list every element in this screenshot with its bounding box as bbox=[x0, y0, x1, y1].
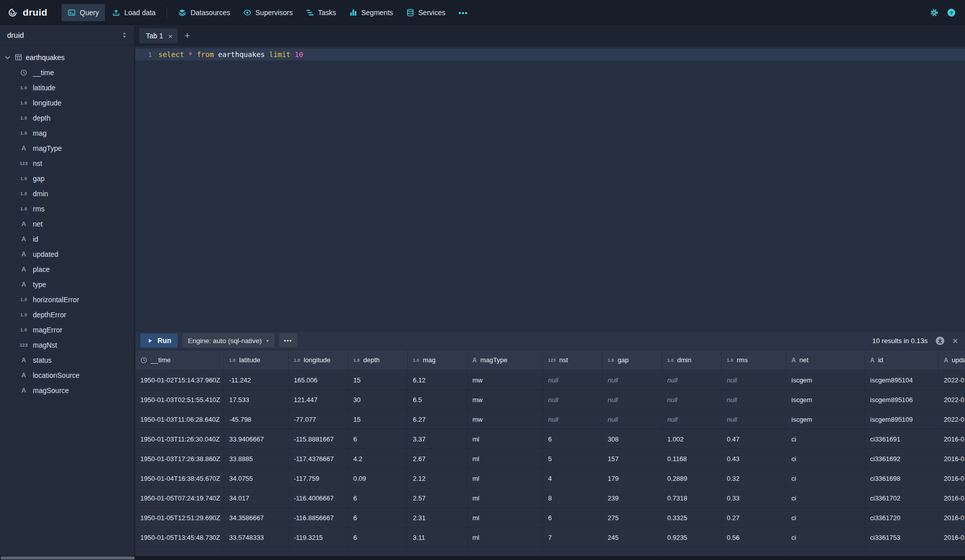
sql-editor[interactable]: 1 select * from earthquakes limit 10 bbox=[135, 46, 965, 331]
column-header[interactable]: 123 nst bbox=[543, 350, 603, 370]
cell-dmin[interactable]: 0.7318 bbox=[662, 488, 722, 508]
cell-gap[interactable]: null bbox=[603, 390, 662, 409]
sidebar-column[interactable]: A net bbox=[0, 216, 134, 232]
nav-item-supervisors[interactable]: Supervisors bbox=[237, 4, 299, 21]
cell-dmin[interactable]: 0.3325 bbox=[662, 508, 722, 527]
cell-mag[interactable]: 3.11 bbox=[408, 528, 467, 547]
cell-updated[interactable]: 2016-0 bbox=[939, 429, 965, 449]
column-header[interactable]: 1.0 dmin bbox=[662, 350, 722, 370]
cell-dmin[interactable]: null bbox=[662, 390, 722, 409]
sidebar-column[interactable]: A magSource bbox=[0, 383, 134, 398]
cell-updated[interactable]: 2016-0 bbox=[939, 488, 965, 508]
cell-nst[interactable]: 4 bbox=[543, 469, 603, 488]
cell-net[interactable]: ci bbox=[786, 449, 865, 468]
cell-magType[interactable]: ml bbox=[467, 508, 543, 527]
sidebar-column[interactable]: A locationSource bbox=[0, 368, 134, 383]
cell-id[interactable]: ci3361702 bbox=[865, 488, 939, 508]
sidebar-column[interactable]: 1.0 mag bbox=[0, 126, 134, 141]
column-header[interactable]: __time bbox=[135, 350, 224, 370]
cell-latitude[interactable]: 33.8885 bbox=[224, 449, 289, 468]
cell-nst[interactable]: 8 bbox=[543, 488, 603, 508]
sidebar-column[interactable]: A status bbox=[0, 353, 134, 368]
column-header[interactable]: A magType bbox=[467, 350, 543, 370]
nav-item-more[interactable]: ••• bbox=[452, 4, 474, 21]
druid-brand[interactable]: druid bbox=[7, 7, 47, 18]
sidebar-column[interactable]: A updated bbox=[0, 247, 134, 262]
scrollbar-thumb[interactable] bbox=[1, 556, 135, 559]
cell-rms[interactable]: null bbox=[722, 390, 786, 409]
cell-nst[interactable]: null bbox=[543, 370, 603, 389]
cell-nst[interactable]: 7 bbox=[543, 528, 603, 547]
cell-latitude[interactable]: 34.0755 bbox=[224, 469, 289, 488]
cell-rms[interactable]: 0.33 bbox=[722, 488, 786, 508]
sidebar-column[interactable]: 123 magNst bbox=[0, 338, 134, 353]
cell-updated[interactable]: 2016-0 bbox=[939, 469, 965, 488]
cell-nst[interactable]: 6 bbox=[543, 429, 603, 449]
column-header[interactable]: A updated bbox=[939, 350, 965, 370]
cell-rms[interactable]: 0.32 bbox=[722, 469, 786, 488]
sidebar-column[interactable]: 1.0 horizontalError bbox=[0, 292, 134, 307]
cell-rms[interactable]: 0.47 bbox=[722, 429, 786, 449]
sidebar-column[interactable]: 1.0 depth bbox=[0, 110, 134, 126]
cell-net[interactable]: ci bbox=[786, 508, 865, 527]
sidebar-column[interactable]: A place bbox=[0, 262, 134, 277]
cell-latitude[interactable]: 33.5748333 bbox=[224, 528, 289, 547]
cell-time[interactable]: 1950-01-05T12:51:29.690Z bbox=[135, 508, 224, 527]
sidebar-column[interactable]: 1.0 magError bbox=[0, 322, 134, 338]
cell-gap[interactable]: 245 bbox=[603, 528, 662, 547]
cell-magType[interactable]: mw bbox=[467, 370, 543, 389]
cell-net[interactable]: ci bbox=[786, 429, 865, 449]
cell-longitude[interactable]: 121.447 bbox=[289, 390, 348, 409]
cell-updated[interactable]: 2022-0 bbox=[939, 410, 965, 429]
cell-depth[interactable]: 6 bbox=[348, 488, 408, 508]
cell-dmin[interactable]: 1.002 bbox=[662, 429, 722, 449]
nav-item-query[interactable]: Query bbox=[62, 4, 105, 21]
cell-rms[interactable]: 0.43 bbox=[722, 449, 786, 468]
help-icon[interactable]: ? bbox=[947, 8, 956, 17]
engine-selector[interactable]: Engine: auto (sql-native) ▾ bbox=[182, 333, 274, 348]
cell-depth[interactable]: 6 bbox=[348, 508, 408, 527]
cell-latitude[interactable]: 17.533 bbox=[224, 390, 289, 409]
column-header[interactable]: A id bbox=[865, 350, 939, 370]
cell-mag[interactable]: 2.12 bbox=[408, 469, 467, 488]
cell-magType[interactable]: ml bbox=[467, 528, 543, 547]
cell-id[interactable]: ci3361691 bbox=[865, 429, 939, 449]
cell-net[interactable]: iscgem bbox=[786, 410, 865, 429]
cell-time[interactable]: 1950-01-03T11:06:28.640Z bbox=[135, 410, 224, 429]
cell-time[interactable]: 1950-01-03T11:26:30.040Z bbox=[135, 429, 224, 449]
cell-latitude[interactable]: -11.242 bbox=[224, 370, 289, 389]
cell-dmin[interactable]: 0.2889 bbox=[662, 469, 722, 488]
cell-longitude[interactable]: 165.006 bbox=[289, 370, 348, 389]
sidebar-column[interactable]: __time bbox=[0, 65, 134, 80]
cell-latitude[interactable]: -45.798 bbox=[224, 410, 289, 429]
tab-1[interactable]: Tab 1 × bbox=[139, 28, 178, 43]
nav-item-services[interactable]: Services bbox=[400, 4, 452, 21]
cell-magType[interactable]: mw bbox=[467, 410, 543, 429]
download-icon[interactable] bbox=[935, 336, 945, 346]
cell-mag[interactable]: 6.27 bbox=[408, 410, 467, 429]
cell-net[interactable]: ci bbox=[786, 488, 865, 508]
cell-depth[interactable]: 4.2 bbox=[348, 449, 408, 468]
cell-time[interactable]: 1950-01-05T07:24:19.740Z bbox=[135, 488, 224, 508]
nav-item-segments[interactable]: Segments bbox=[343, 4, 399, 21]
cell-longitude[interactable]: -115.8881667 bbox=[289, 429, 348, 449]
cell-updated[interactable]: 2016-0 bbox=[939, 508, 965, 527]
cell-depth[interactable]: 15 bbox=[348, 370, 408, 389]
run-button[interactable]: Run bbox=[140, 333, 178, 348]
cell-updated[interactable]: 2022-0 bbox=[939, 370, 965, 389]
cell-id[interactable]: ci3361692 bbox=[865, 449, 939, 468]
cell-gap[interactable]: 179 bbox=[603, 469, 662, 488]
column-header[interactable]: 1.0 gap bbox=[603, 350, 662, 370]
sidebar-column[interactable]: 1.0 latitude bbox=[0, 80, 134, 95]
column-header[interactable]: A net bbox=[786, 350, 865, 370]
cell-depth[interactable]: 15 bbox=[348, 410, 408, 429]
cell-nst[interactable]: null bbox=[543, 410, 603, 429]
cell-longitude[interactable]: -116.4006667 bbox=[289, 488, 348, 508]
sidebar-column[interactable]: A magType bbox=[0, 141, 134, 156]
sidebar-column[interactable]: 1.0 dmin bbox=[0, 186, 134, 201]
cell-rms[interactable]: null bbox=[722, 410, 786, 429]
cell-gap[interactable]: 239 bbox=[603, 488, 662, 508]
cell-gap[interactable]: 157 bbox=[603, 449, 662, 468]
cell-magType[interactable]: ml bbox=[467, 488, 543, 508]
column-header[interactable]: 1.0 longitude bbox=[289, 350, 348, 370]
